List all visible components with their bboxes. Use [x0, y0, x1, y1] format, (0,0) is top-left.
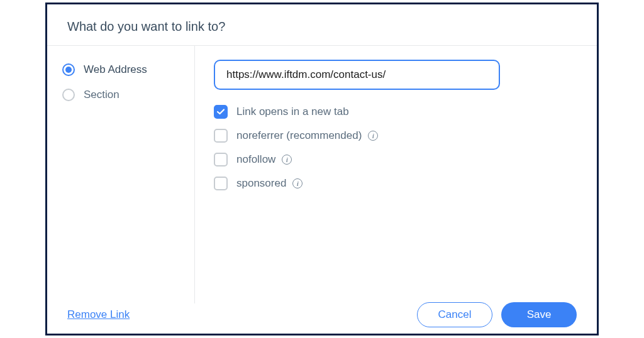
info-icon[interactable]: i: [292, 178, 303, 188]
url-input[interactable]: [214, 60, 500, 90]
checkbox-label-noreferrer: noreferrer (recommended): [236, 129, 362, 142]
link-type-sidebar: Web Address Section: [47, 46, 195, 303]
link-settings-panel: Link opens in a new tab noreferrer (reco…: [195, 46, 597, 303]
radio-indicator-web-address: [62, 63, 75, 76]
checkbox-noreferrer[interactable]: noreferrer (recommended) i: [214, 129, 578, 143]
remove-link-button[interactable]: Remove Link: [67, 308, 130, 321]
checkbox-label-sponsored: sponsored: [236, 177, 286, 190]
checkbox-indicator-noreferrer: [214, 129, 228, 143]
checkbox-sponsored[interactable]: sponsored i: [214, 177, 578, 190]
checkbox-label-nofollow: nofollow: [236, 153, 275, 166]
dialog-footer: Remove Link Cancel Save: [47, 303, 597, 334]
info-icon[interactable]: i: [282, 155, 292, 165]
link-dialog: What do you want to link to? Web Address…: [45, 3, 599, 335]
dialog-header: What do you want to link to?: [47, 4, 597, 46]
checkbox-new-tab[interactable]: Link opens in a new tab: [214, 105, 578, 119]
checkbox-label-new-tab: Link opens in a new tab: [236, 106, 349, 118]
checkbox-nofollow[interactable]: nofollow i: [214, 153, 578, 166]
save-button[interactable]: Save: [501, 302, 577, 327]
checkbox-indicator-nofollow: [214, 153, 228, 166]
radio-label-section: Section: [84, 89, 119, 101]
radio-indicator-section: [62, 89, 75, 101]
radio-section[interactable]: Section: [62, 89, 182, 101]
cancel-button[interactable]: Cancel: [417, 302, 492, 327]
check-icon: [217, 109, 225, 115]
info-icon[interactable]: i: [368, 131, 378, 141]
link-options-group: Link opens in a new tab noreferrer (reco…: [214, 105, 578, 190]
checkbox-indicator-new-tab: [214, 105, 228, 119]
radio-label-web-address: Web Address: [84, 63, 147, 76]
radio-web-address[interactable]: Web Address: [62, 63, 182, 76]
checkbox-indicator-sponsored: [214, 177, 228, 190]
dialog-body: Web Address Section Link opens: [47, 46, 597, 303]
dialog-title: What do you want to link to?: [67, 19, 577, 34]
